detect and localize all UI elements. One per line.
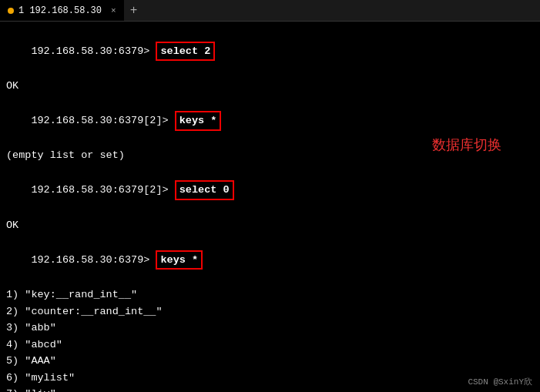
terminal-line: 7) "liy" (6, 386, 534, 392)
prompt: 192.168.58.30:6379[2]> (31, 115, 174, 126)
terminal-line: 192.168.58.30:6379[2]> select 0 (6, 164, 534, 217)
highlighted-command: select 2 (156, 42, 215, 62)
prompt: 192.168.58.30:6379> (31, 45, 156, 57)
tab-dot-icon (8, 8, 14, 14)
highlighted-command: keys * (156, 250, 203, 270)
terminal-line: 6) "mylist" (6, 370, 534, 387)
terminal-line: 5) "AAA" (6, 353, 534, 370)
tab-close-button[interactable]: × (111, 6, 116, 15)
terminal-line: 1) "key:__rand_int__" (6, 286, 534, 303)
terminal: 192.168.58.30:6379> select 2 OK 192.168.… (0, 22, 540, 392)
tab-bar: 1 192.168.58.30 × + (0, 0, 540, 22)
active-tab[interactable]: 1 192.168.58.30 × (0, 0, 124, 21)
terminal-line: 3) "abb" (6, 320, 534, 337)
prompt: 192.168.58.30:6379[2]> (31, 184, 174, 196)
terminal-line: 2) "counter:__rand_int__" (6, 303, 534, 320)
tab-title: 1 192.168.58.30 (18, 5, 102, 16)
highlighted-command: select 0 (175, 180, 234, 200)
chinese-label: 数据库切换 (432, 136, 501, 154)
tab-add-button[interactable]: + (124, 4, 144, 18)
terminal-line: OK (6, 217, 534, 234)
highlighted-command: keys * (175, 111, 222, 131)
csdn-label: CSDN @SxinY欣 (468, 376, 532, 387)
terminal-line: 4) "abcd" (6, 337, 534, 353)
terminal-line: OK (6, 78, 534, 95)
prompt: 192.168.58.30:6379> (31, 254, 156, 266)
terminal-line: 192.168.58.30:6379> keys * (6, 233, 534, 286)
terminal-line: 192.168.58.30:6379> select 2 (6, 25, 534, 78)
